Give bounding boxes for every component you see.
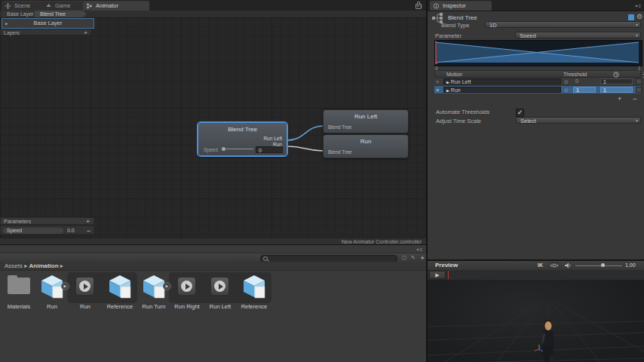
pivot-icon (550, 263, 559, 268)
run-left-node-tag: Blend Tree (328, 124, 351, 130)
layer-item-base-layer[interactable]: ▶ Base Layer (2, 18, 94, 29)
threshold-field[interactable]: 0 (573, 78, 596, 84)
preview-viewport[interactable] (428, 280, 644, 362)
blend-tree-node-title: Blend Tree (198, 126, 287, 133)
inspector-tabbar: Inspector ▾≡ (428, 0, 644, 11)
motion-name: Run Left (451, 79, 471, 84)
parameter-value: Speed (520, 32, 536, 38)
adjust-time-scale-dropdown[interactable]: Select ▾ (516, 117, 641, 124)
tab-inspector[interactable]: Inspector (430, 1, 492, 11)
motion-row-run-left[interactable]: ≡ ▶Run Left ⊙ 0 1 (434, 78, 641, 86)
folder-icon (8, 278, 30, 294)
gear-icon[interactable]: ⚙ (636, 14, 642, 20)
drag-handle-icon[interactable]: ≡ (436, 87, 439, 93)
run-left-node[interactable]: Run Left Blend Tree (323, 109, 409, 133)
expand-subassets-button[interactable]: ▶ (61, 282, 69, 290)
favorites-star-icon[interactable]: ★ (420, 255, 425, 261)
blend-type-label: Blend Type (441, 22, 469, 29)
search-by-type-icon[interactable]: ⬡ (402, 255, 406, 261)
preview-speed-value: 1.00 (625, 261, 636, 270)
parameter-dropdown[interactable]: Speed ▾ (515, 32, 641, 38)
node-param-value-field[interactable]: 0 (256, 146, 283, 153)
animator-tabbar: Scene Game Animator ▾≡ (0, 0, 426, 11)
motion-table-header: Motion Threshold (434, 70, 641, 78)
project-chrome: ▾≡ (0, 245, 426, 253)
preview-speed-slider-knob[interactable] (601, 263, 605, 267)
animation-clip-icon (75, 277, 94, 296)
drag-handle-icon[interactable]: ≡ (436, 79, 439, 84)
animation-clip-icon (210, 277, 229, 296)
search-by-label-icon[interactable]: ✎ (411, 255, 416, 261)
project-window: ▾≡ ⬡ ✎ ★ Assets ▸ Animation ▸ Materials (0, 244, 426, 362)
pivot-button[interactable] (549, 262, 560, 268)
object-picker-icon[interactable]: ⊙ (564, 78, 569, 85)
inspector-lock-icon[interactable] (416, 4, 422, 9)
speed-field[interactable]: 1 (600, 87, 633, 93)
time-scale-icon (613, 72, 619, 78)
layers-header-label: Layers (4, 30, 20, 35)
inspector-title: Blend Tree (448, 14, 477, 21)
tab-inspector-label: Inspector (443, 2, 466, 9)
remove-motion-button[interactable]: − (633, 96, 636, 103)
animation-clip-icon (177, 277, 196, 296)
motion-field[interactable]: ▶Run (443, 87, 561, 93)
breadcrumb-animation[interactable]: Animation (29, 262, 59, 269)
inspector-icon (433, 3, 440, 9)
animator-statusbar: New Animator Controller.controller (0, 238, 426, 244)
tab-animator[interactable]: Animator (83, 1, 149, 11)
animator-window: Scene Game Animator ▾≡ Base Layer Blend … (0, 0, 426, 244)
layer-foldout-icon[interactable]: ▶ (5, 19, 8, 28)
run-node-tag: Blend Tree (328, 149, 351, 155)
blend-tree-node[interactable]: Blend Tree Run Left Run Speed 0 (198, 122, 287, 156)
breadcrumb-sep2-icon: ▸ (60, 262, 63, 269)
preview-character (533, 316, 586, 362)
add-layer-button[interactable]: + (84, 29, 87, 36)
preview-speed-slider-track[interactable] (575, 265, 622, 266)
add-parameter-button[interactable]: + (86, 218, 90, 225)
project-breadcrumb: Assets ▸ Animation ▸ (0, 262, 426, 271)
ik-toggle[interactable]: IK (538, 261, 543, 270)
blend-graph[interactable] (434, 40, 642, 66)
project-window-menu-icon[interactable]: ▾≡ (416, 247, 423, 252)
expand-subassets-button[interactable]: ▶ (163, 282, 171, 290)
inspector-window-menu-icon[interactable]: ▾≡ (635, 3, 642, 8)
speed-field[interactable]: 1 (600, 78, 633, 84)
automate-thresholds-checkbox[interactable]: ✓ (516, 109, 524, 117)
animator-graph-area[interactable]: ▶ Base Layer Layers + Blend Tree Run Lef… (0, 17, 426, 238)
controller-path-label: New Animator Controller.controller (342, 239, 422, 244)
run-node[interactable]: Run Blend Tree (323, 134, 409, 158)
motion-row-run[interactable]: ≡ ▶Run ⊙ 1 1 (434, 86, 641, 94)
col-motion-label: Motion (446, 71, 462, 78)
breadcrumb-assets[interactable]: Assets (5, 262, 23, 269)
threshold-field[interactable]: 1 (573, 87, 596, 93)
model-cube-icon (107, 274, 133, 299)
mirror-checkbox[interactable] (636, 78, 642, 84)
mirror-checkbox[interactable] (636, 87, 642, 93)
move-tool-icon (5, 3, 11, 9)
parameter-row-speed: Speed 0.0 − (0, 225, 94, 235)
asset-label: Reference (235, 303, 274, 310)
add-motion-button[interactable]: + (618, 96, 621, 103)
motion-field[interactable]: ▶Run Left (443, 78, 561, 84)
preview-playbar: ▶ (428, 270, 644, 281)
parameter-name-field[interactable]: Speed (3, 228, 63, 234)
chevron-down-icon: ▾ (636, 118, 638, 124)
clip-icon: ▶ (446, 88, 449, 93)
play-button[interactable]: ▶ (429, 271, 446, 279)
breadcrumb-blend-tree[interactable]: Blend Tree (35, 11, 87, 17)
remove-parameter-button[interactable]: − (87, 227, 90, 235)
blend-graph-canvas (435, 41, 640, 64)
unity-editor-window: Scene Game Animator ▾≡ Base Layer Blend … (0, 0, 644, 362)
tab-animator-label: Animator (96, 2, 118, 9)
tab-game-label: Game (55, 2, 70, 9)
speaker-icon[interactable] (565, 262, 572, 268)
blend-tree-output-run-left[interactable]: Run Left (263, 136, 282, 141)
parameter-value[interactable]: 0.0 (67, 228, 75, 234)
asset-thumbnail-icon[interactable] (628, 14, 634, 20)
blend-type-dropdown[interactable]: 1D ▾ (485, 21, 641, 28)
automate-thresholds-label: Automate Thresholds (436, 109, 489, 115)
node-param-slider-track[interactable] (223, 149, 253, 149)
object-picker-icon[interactable]: ⊙ (564, 87, 569, 94)
adjust-time-scale-value: Select (520, 118, 536, 124)
playhead-marker[interactable] (448, 271, 449, 279)
